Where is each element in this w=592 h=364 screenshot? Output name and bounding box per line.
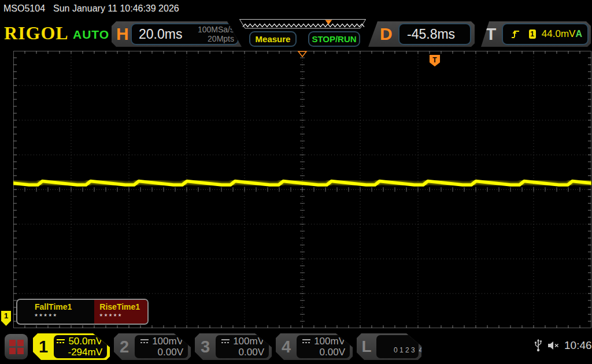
channel-offset: -294mV (68, 347, 102, 358)
rising-edge-icon (510, 29, 519, 39)
dc-coupling-icon (140, 339, 149, 344)
sample-rate-depth: 100MSa/s 20Mpts (198, 25, 238, 43)
channel-number: 4 (276, 333, 297, 360)
waveform-preview-strip[interactable] (239, 19, 366, 29)
channel-offset: 0.00V (320, 347, 345, 358)
trigger-position-marker[interactable] (298, 51, 306, 57)
channel1-tab[interactable]: 1 50.0mV -294mV (33, 333, 110, 360)
dc-coupling-icon (302, 339, 311, 344)
channel-number: 3 (195, 333, 216, 360)
trigger-sweep-badge: A (575, 29, 582, 39)
delay-box[interactable]: -45.8ms (398, 23, 471, 45)
measurement-value: ***** (99, 312, 147, 321)
trigger-flag-label: T (432, 56, 437, 64)
measure-button[interactable]: Measure (249, 31, 297, 47)
stop-run-button[interactable]: STOP/RUN (308, 31, 360, 47)
channel-scale: 100mV (233, 336, 264, 347)
channel-number: 1 (33, 333, 54, 360)
measurement-box[interactable]: FallTime1 ***** RiseTime1 ***** (16, 299, 149, 325)
clock: 10:46 (564, 339, 592, 352)
logic-channel-list: 0 1 2 3 4 5 6 7 8 9 1011 12131415 (376, 335, 419, 358)
channel-number: 2 (114, 333, 135, 360)
usb-plug-icon (534, 339, 542, 352)
trigger-label: T (486, 21, 496, 47)
trigger-source-badge: 1 (529, 29, 536, 39)
timebase-box[interactable]: 20.0ms 100MSa/s 20Mpts (131, 23, 239, 45)
horizontal-label: H (116, 21, 129, 47)
channel3-info: 100mV 0.00V (216, 335, 269, 358)
main-menu-button[interactable] (5, 334, 28, 359)
measurement-risetime[interactable]: RiseTime1 ***** (94, 300, 147, 324)
channel-scale: 50.0mV (68, 336, 102, 347)
logic-channels-tab[interactable]: L 0 1 2 3 4 5 6 7 8 9 1011 12131415 (357, 333, 421, 360)
measurement-falltime[interactable]: FallTime1 ***** (17, 300, 94, 324)
channel2-info: 100mV 0.00V (135, 335, 188, 358)
delay-value: -45.8ms (399, 27, 455, 42)
measurement-name: FallTime1 (35, 302, 94, 312)
speaker-muted-icon (547, 340, 560, 351)
measurement-value: ***** (35, 312, 94, 321)
trigger-level-value: 44.0mV (542, 28, 576, 40)
channel2-tab[interactable]: 2 100mV 0.00V (114, 333, 191, 360)
measurement-name: RiseTime1 (99, 302, 147, 312)
timebase-value: 20.0ms (132, 27, 182, 42)
graticule: T (13, 51, 591, 328)
dc-coupling-icon (56, 339, 65, 344)
status-area: 10:46 (534, 339, 592, 352)
rigol-logo: RIGOL (4, 23, 69, 44)
trigger-box[interactable]: 1 44.0mV A (502, 23, 589, 45)
menu-grid-icon (9, 340, 24, 354)
channel4-tab[interactable]: 4 100mV 0.00V (276, 333, 353, 360)
channel-scale: 100mV (152, 336, 183, 347)
horizontal-panel[interactable]: H 20.0ms 100MSa/s 20Mpts (112, 21, 242, 47)
stop-run-button-label: STOP/RUN (312, 34, 356, 44)
delay-label: D (380, 21, 393, 47)
channel-scale: 100mV (314, 336, 345, 347)
measure-button-label: Measure (256, 34, 291, 44)
model-label: MSO5104 (3, 3, 45, 14)
acquisition-mode-badge: AUTO (73, 28, 109, 42)
delay-panel[interactable]: D -45.8ms (365, 21, 475, 47)
channel-offset: 0.00V (158, 347, 183, 358)
datetime-label: Sun January 11 10:46:39 2026 (53, 3, 179, 14)
oscilloscope-screen: MSO5104 Sun January 11 10:46:39 2026 RIG… (0, 0, 592, 364)
logic-row1: 0 1 2 3 4 5 6 7 (394, 346, 440, 354)
channel3-tab[interactable]: 3 100mV 0.00V (195, 333, 272, 360)
dc-coupling-icon (221, 339, 230, 344)
titlebar: MSO5104 Sun January 11 10:46:39 2026 (3, 3, 179, 14)
logic-label: L (357, 333, 376, 360)
channel1-info: 50.0mV -294mV (54, 335, 107, 358)
channel-offset: 0.00V (239, 347, 264, 358)
trigger-panel[interactable]: T 1 44.0mV A (478, 21, 591, 47)
channel4-info: 100mV 0.00V (297, 335, 350, 358)
channel1-offset-marker[interactable]: 1 (1, 311, 11, 326)
